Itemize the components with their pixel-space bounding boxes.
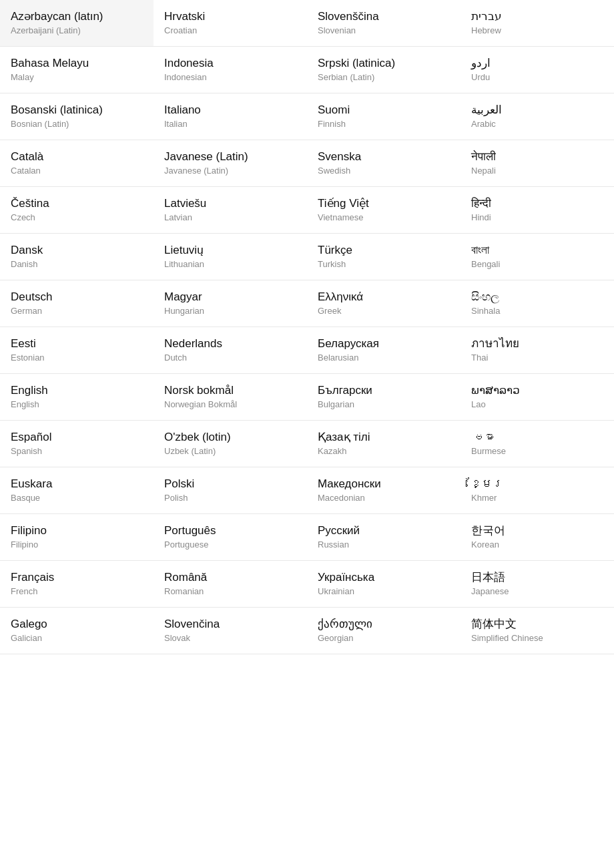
language-english-name: Bosnian (Latin): [11, 119, 143, 130]
language-item[interactable]: ქართულიGeorgian: [307, 608, 460, 654]
language-item[interactable]: EestiEstonian: [0, 327, 154, 374]
language-english-name: Vietnamese: [318, 212, 450, 224]
language-item[interactable]: ພາສາລາວLao: [460, 374, 614, 421]
language-english-name: Russian: [318, 539, 450, 551]
language-item[interactable]: ภาษาไทยThai: [460, 327, 614, 374]
language-english-name: Azerbaijani (Latin): [11, 25, 143, 37]
language-item[interactable]: УкраїнськаUkrainian: [307, 561, 460, 608]
language-item[interactable]: IndonesiaIndonesian: [154, 47, 307, 93]
language-item[interactable]: বাংলাBengali: [460, 234, 614, 280]
language-native-name: ქართული: [318, 617, 450, 632]
language-english-name: Nepali: [471, 166, 603, 177]
language-native-name: हिन्दी: [471, 196, 603, 211]
language-item[interactable]: БеларускаяBelarusian: [307, 327, 460, 374]
language-item[interactable]: Bosanski (latinica)Bosnian (Latin): [0, 93, 154, 140]
language-item[interactable]: हिन्दीHindi: [460, 187, 614, 234]
language-item[interactable]: HrvatskiCroatian: [154, 0, 307, 47]
language-item[interactable]: اردوUrdu: [460, 47, 614, 93]
language-native-name: Nederlands: [164, 337, 296, 351]
language-native-name: Suomi: [318, 103, 450, 118]
language-item[interactable]: EspañolSpanish: [0, 421, 154, 467]
language-item[interactable]: NederlandsDutch: [154, 327, 307, 374]
language-english-name: German: [11, 306, 143, 317]
language-item[interactable]: БългарскиBulgarian: [307, 374, 460, 421]
language-item[interactable]: LatviešuLatvian: [154, 187, 307, 234]
language-native-name: සිංහල: [471, 290, 603, 304]
language-item[interactable]: Қазақ тіліKazakh: [307, 421, 460, 467]
language-item[interactable]: Tiếng ViệtVietnamese: [307, 187, 460, 234]
language-english-name: Malay: [11, 72, 143, 83]
language-native-name: Lietuvių: [164, 243, 296, 258]
language-item[interactable]: EnglishEnglish: [0, 374, 154, 421]
language-item[interactable]: 한국어Korean: [460, 514, 614, 561]
language-item[interactable]: العربيةArabic: [460, 93, 614, 140]
language-item[interactable]: GalegoGalician: [0, 608, 154, 654]
language-item[interactable]: Azərbaycan (latın)Azerbaijani (Latin): [0, 0, 154, 47]
language-english-name: Belarusian: [318, 353, 450, 364]
language-item[interactable]: SuomiFinnish: [307, 93, 460, 140]
language-native-name: Srpski (latinica): [318, 56, 450, 71]
language-native-name: Hrvatski: [164, 9, 296, 24]
language-item[interactable]: РусскийRussian: [307, 514, 460, 561]
language-item[interactable]: SvenskaSwedish: [307, 140, 460, 187]
language-item[interactable]: 日本語Japanese: [460, 561, 614, 608]
language-english-name: Hungarian: [164, 306, 296, 317]
language-item[interactable]: МакедонскиMacedonian: [307, 467, 460, 514]
language-item[interactable]: SlovenčinaSlovak: [154, 608, 307, 654]
language-native-name: Slovenščina: [318, 9, 450, 24]
language-english-name: Japanese: [471, 586, 603, 598]
language-item[interactable]: සිංහලSinhala: [460, 280, 614, 327]
language-english-name: Serbian (Latin): [318, 72, 450, 83]
language-english-name: Latvian: [164, 212, 296, 224]
language-native-name: Deutsch: [11, 290, 143, 304]
language-item[interactable]: EuskaraBasque: [0, 467, 154, 514]
language-item[interactable]: Javanese (Latin)Javanese (Latin): [154, 140, 307, 187]
language-item[interactable]: RomânăRomanian: [154, 561, 307, 608]
language-item[interactable]: PortuguêsPortuguese: [154, 514, 307, 561]
language-item[interactable]: TürkçeTurkish: [307, 234, 460, 280]
language-native-name: עברית: [471, 9, 603, 24]
language-item[interactable]: Norsk bokmålNorwegian Bokmål: [154, 374, 307, 421]
language-english-name: Ukrainian: [318, 586, 450, 598]
language-english-name: Simplified Chinese: [471, 633, 603, 644]
language-native-name: Македонски: [318, 477, 450, 491]
language-native-name: اردو: [471, 56, 603, 71]
language-english-name: Polish: [164, 493, 296, 504]
language-item[interactable]: ΕλληνικάGreek: [307, 280, 460, 327]
language-item[interactable]: DanskDanish: [0, 234, 154, 280]
language-english-name: Lithuanian: [164, 259, 296, 270]
language-item[interactable]: ဗမာBurmese: [460, 421, 614, 467]
language-item[interactable]: FilipinoFilipino: [0, 514, 154, 561]
language-english-name: Basque: [11, 493, 143, 504]
language-list: Azərbaycan (latın)Azerbaijani (Latin)Hrv…: [0, 0, 614, 654]
language-item[interactable]: PolskiPolish: [154, 467, 307, 514]
language-english-name: Romanian: [164, 586, 296, 598]
language-item[interactable]: नेपालीNepali: [460, 140, 614, 187]
language-item[interactable]: FrançaisFrench: [0, 561, 154, 608]
language-english-name: Bengali: [471, 259, 603, 270]
language-item[interactable]: MagyarHungarian: [154, 280, 307, 327]
language-english-name: Bulgarian: [318, 399, 450, 411]
language-item[interactable]: ČeštinaCzech: [0, 187, 154, 234]
language-english-name: Spanish: [11, 446, 143, 457]
language-item[interactable]: עבריתHebrew: [460, 0, 614, 47]
language-native-name: 简体中文: [471, 617, 603, 632]
language-english-name: Dutch: [164, 353, 296, 364]
language-english-name: Estonian: [11, 353, 143, 364]
language-english-name: Hebrew: [471, 25, 603, 37]
language-english-name: Arabic: [471, 119, 603, 130]
language-item[interactable]: O'zbek (lotin)Uzbek (Latin): [154, 421, 307, 467]
language-item[interactable]: CatalàCatalan: [0, 140, 154, 187]
language-item[interactable]: 简体中文Simplified Chinese: [460, 608, 614, 654]
language-item[interactable]: ខ្មែរKhmer: [460, 467, 614, 514]
language-item[interactable]: ItalianoItalian: [154, 93, 307, 140]
language-item[interactable]: LietuviųLithuanian: [154, 234, 307, 280]
language-item[interactable]: DeutschGerman: [0, 280, 154, 327]
language-native-name: 日本語: [471, 570, 603, 585]
language-english-name: Uzbek (Latin): [164, 446, 296, 457]
language-native-name: Català: [11, 150, 143, 164]
language-item[interactable]: Bahasa MelayuMalay: [0, 47, 154, 93]
language-item[interactable]: Srpski (latinica)Serbian (Latin): [307, 47, 460, 93]
language-item[interactable]: SlovenščinaSlovenian: [307, 0, 460, 47]
language-native-name: Español: [11, 430, 143, 445]
